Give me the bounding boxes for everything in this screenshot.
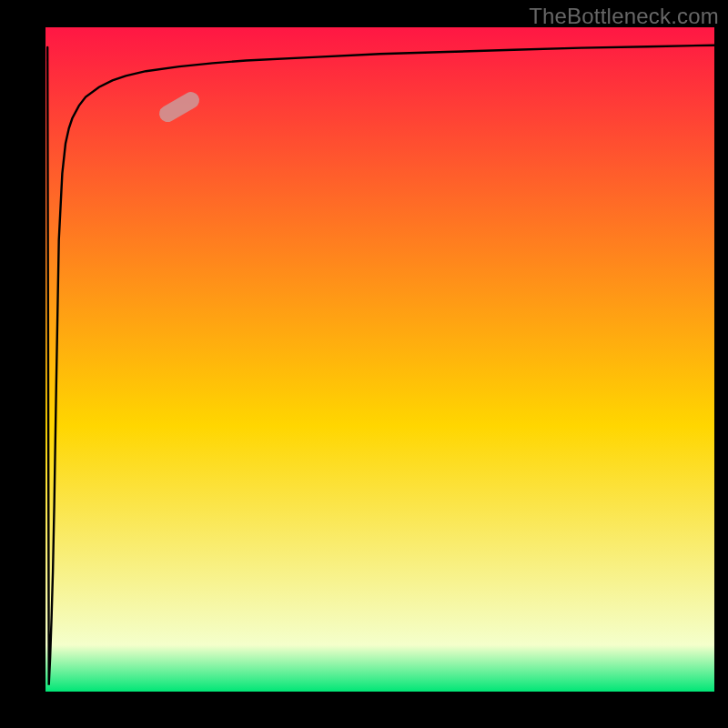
bottleneck-chart [0, 0, 728, 728]
plot-area [46, 27, 714, 692]
attribution-text: TheBottleneck.com [529, 4, 719, 29]
